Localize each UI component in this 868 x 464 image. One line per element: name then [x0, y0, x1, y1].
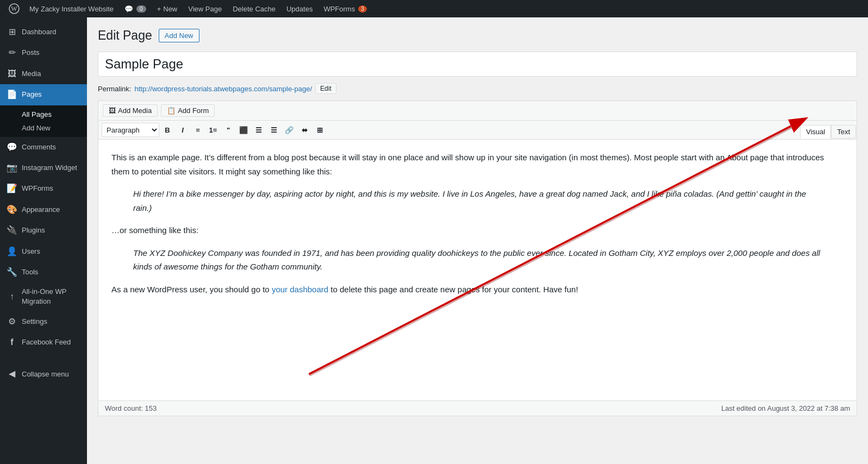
sidebar-item-pages[interactable]: 📄 Pages	[0, 84, 87, 105]
sidebar-item-posts[interactable]: ✏ Posts	[0, 42, 87, 63]
text-tab[interactable]: Text	[831, 125, 856, 139]
sidebar-label-facebook: Facebook Feed	[22, 337, 71, 347]
format-toolbar: Paragraph Heading 1 Heading 2 Heading 3 …	[98, 121, 857, 140]
permalink-edit-button[interactable]: Edit	[315, 83, 336, 94]
align-left-button[interactable]: ⬛	[236, 123, 251, 137]
sidebar-label-allinone: All-in-One WP Migration	[22, 287, 80, 306]
sidebar-item-allinone[interactable]: ↑ All-in-One WP Migration	[0, 283, 87, 311]
editor-top-toolbar: 🖼 Add Media 📋 Add Form	[98, 101, 857, 121]
editor-container: 🖼 Add Media 📋 Add Form Paragraph Heading…	[98, 101, 857, 416]
sidebar-label-comments: Comments	[22, 142, 56, 152]
sidebar-label-tools: Tools	[22, 267, 38, 277]
view-page-btn[interactable]: View Page	[183, 0, 227, 17]
paragraph-format-select[interactable]: Paragraph Heading 1 Heading 2 Heading 3 …	[102, 123, 159, 137]
sidebar-item-facebook[interactable]: f Facebook Feed	[0, 332, 87, 353]
sidebar-item-users[interactable]: 👤 Users	[0, 241, 87, 262]
editor-footer: Word count: 153 Last edited on August 3,…	[98, 400, 857, 416]
users-icon: 👤	[7, 246, 17, 258]
editor-para-2: …or something like this:	[111, 223, 844, 237]
add-form-icon: 📋	[167, 106, 176, 115]
permalink-row: Permalink: http://wordpress-tutorials.at…	[98, 83, 857, 94]
site-name[interactable]: My Zacky Installer Website	[24, 0, 119, 17]
sidebar-label-pages: Pages	[22, 90, 42, 99]
site-name-text: My Zacky Installer Website	[29, 5, 114, 13]
blockquote-button[interactable]: "	[221, 123, 235, 137]
instagram-icon: 📷	[7, 162, 17, 174]
last-edited: Last edited on August 3, 2022 at 7:38 am	[721, 404, 850, 412]
wpforms-btn[interactable]: WPForms 3	[318, 0, 372, 17]
align-center-button[interactable]: ☰	[252, 123, 266, 137]
appearance-icon: 🎨	[7, 204, 17, 216]
new-btn[interactable]: + New	[152, 0, 183, 17]
posts-icon: ✏	[7, 47, 17, 59]
editor-body[interactable]: This is an example page. It’s different …	[98, 140, 857, 400]
ul-button[interactable]: ≡	[191, 123, 205, 137]
sidebar-sub-add-new[interactable]: Add New	[0, 121, 87, 135]
permalink-link[interactable]: http://wordpress-tutorials.atwebpages.co…	[134, 85, 312, 93]
sidebar-label-wpforms: WPForms	[22, 184, 53, 193]
delete-cache-btn[interactable]: Delete Cache	[227, 0, 281, 17]
editor-para-3: As a new WordPress user, you should go t…	[111, 283, 844, 297]
sidebar-label-posts: Posts	[22, 48, 40, 58]
comments-btn[interactable]: 💬 0	[119, 0, 152, 17]
wp-logo[interactable]: W	[4, 0, 24, 17]
sidebar-item-tools[interactable]: 🔧 Tools	[0, 262, 87, 283]
add-new-button[interactable]: Add New	[159, 29, 199, 42]
visual-tab[interactable]: Visual	[800, 125, 831, 139]
add-media-button[interactable]: 🖼 Add Media	[103, 104, 158, 117]
updates-btn[interactable]: Updates	[281, 0, 318, 17]
dashboard-icon: ⊞	[7, 26, 17, 38]
align-right-button[interactable]: ☰	[267, 123, 281, 137]
comment-badge: 0	[136, 5, 146, 12]
sidebar-label-dashboard: Dashboard	[22, 27, 57, 37]
collapse-label: Collapse menu	[22, 369, 69, 379]
facebook-icon: f	[7, 336, 17, 348]
wpforms-badge: 3	[358, 5, 367, 12]
sidebar-label-users: Users	[22, 247, 40, 256]
sidebar-item-media[interactable]: 🖼 Media	[0, 64, 87, 84]
sidebar-label-media: Media	[22, 69, 41, 79]
table-button[interactable]: ⊞	[313, 123, 327, 137]
editor-blockquote-2: The XYZ Doohickey Company was founded in…	[133, 246, 822, 274]
sidebar-label-settings: Settings	[22, 317, 47, 327]
page-title-input[interactable]	[98, 52, 857, 77]
content-area: Edit Page Add New Permalink: http://word…	[87, 17, 868, 464]
add-form-button[interactable]: 📋 Add Form	[161, 104, 215, 117]
page-header: Edit Page Add New	[98, 28, 857, 43]
tools-icon: 🔧	[7, 266, 17, 278]
main-layout: ⊞ Dashboard ✏ Posts 🖼 Media 📄 Pages All …	[0, 17, 868, 464]
link-button[interactable]: 🔗	[282, 123, 296, 137]
indent-button[interactable]: ⬌	[297, 123, 311, 137]
plugins-icon: 🔌	[7, 224, 17, 236]
sidebar-item-dashboard[interactable]: ⊞ Dashboard	[0, 22, 87, 42]
dashboard-link[interactable]: your dashboard	[272, 285, 328, 294]
sidebar-sub-all-pages[interactable]: All Pages	[0, 108, 87, 121]
sidebar-item-comments[interactable]: 💬 Comments	[0, 137, 87, 158]
sidebar-item-instagram[interactable]: 📷 Instagram Widget	[0, 158, 87, 178]
collapse-icon: ◀	[7, 368, 17, 380]
pages-submenu: All Pages Add New	[0, 105, 87, 137]
word-count: Word count: 153	[105, 404, 157, 412]
sidebar-item-wpforms[interactable]: 📝 WPForms	[0, 178, 87, 199]
collapse-menu-btn[interactable]: ◀ Collapse menu	[0, 363, 87, 384]
permalink-label: Permalink:	[98, 85, 131, 93]
new-icon: +	[157, 5, 161, 13]
svg-text:W: W	[11, 5, 17, 12]
sidebar-item-appearance[interactable]: 🎨 Appearance	[0, 199, 87, 220]
editor-para-1: This is an example page. It’s different …	[111, 151, 844, 178]
sidebar-label-appearance: Appearance	[22, 205, 60, 215]
italic-button[interactable]: I	[176, 123, 190, 137]
sidebar-item-settings[interactable]: ⚙ Settings	[0, 311, 87, 332]
add-media-icon: 🖼	[109, 106, 116, 115]
bold-button[interactable]: B	[160, 123, 174, 137]
pages-icon: 📄	[7, 89, 17, 101]
sidebar-item-plugins[interactable]: 🔌 Plugins	[0, 220, 87, 241]
comments-sidebar-icon: 💬	[7, 141, 17, 153]
editor-blockquote-1: Hi there! I’m a bike messenger by day, a…	[133, 187, 822, 215]
page-title: Edit Page	[98, 28, 152, 43]
ol-button[interactable]: 1≡	[206, 123, 220, 137]
media-icon: 🖼	[7, 68, 17, 80]
wpforms-sidebar-icon: 📝	[7, 183, 17, 195]
allinone-icon: ↑	[7, 291, 17, 303]
editor-view-tabs: Visual Text	[800, 125, 856, 139]
